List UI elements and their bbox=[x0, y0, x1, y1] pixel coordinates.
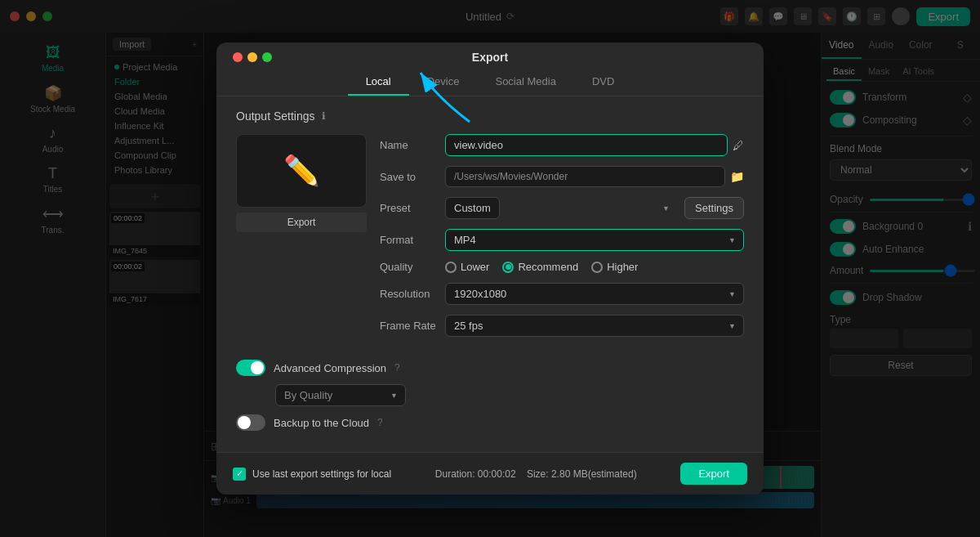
output-settings-header: Output Settings ℹ bbox=[236, 110, 744, 123]
footer-left: ✓ Use last export settings for local bbox=[233, 468, 391, 481]
quality-recommend-label: Recommend bbox=[518, 261, 578, 273]
quality-higher[interactable]: Higher bbox=[591, 261, 638, 273]
backup-cloud-row: Backup to the Cloud ? bbox=[236, 414, 744, 431]
modal-tl-red[interactable] bbox=[233, 52, 243, 62]
advanced-compression-toggle[interactable] bbox=[236, 360, 265, 376]
preset-label: Preset bbox=[380, 202, 445, 214]
output-settings-label: Output Settings bbox=[236, 110, 315, 123]
backup-toggle-knob bbox=[238, 416, 251, 429]
quality-lower[interactable]: Lower bbox=[445, 261, 489, 273]
modal-tab-local[interactable]: Local bbox=[348, 69, 409, 96]
frame-rate-control: 25 fps bbox=[445, 315, 744, 337]
folder-browse-icon[interactable]: 📁 bbox=[730, 170, 744, 183]
name-control: 🖊 bbox=[445, 134, 744, 156]
modal-tl-green[interactable] bbox=[262, 52, 272, 62]
preset-select[interactable]: Custom bbox=[445, 197, 500, 219]
modal-body: Output Settings ℹ ✏️ Export Name bbox=[216, 110, 764, 452]
resolution-label: Resolution bbox=[380, 288, 445, 300]
quality-control: Lower Recommend Hi bbox=[445, 261, 744, 273]
preview-icon: ✏️ bbox=[283, 154, 320, 188]
edit-button[interactable]: Export bbox=[236, 213, 367, 232]
modal-overlay: Export Local Device Social Media DVD bbox=[0, 0, 980, 537]
advanced-compression-row: Advanced Compression ? bbox=[236, 360, 744, 376]
frame-rate-row: Frame Rate 25 fps bbox=[380, 315, 744, 337]
resolution-select[interactable]: 1920x1080 bbox=[445, 283, 744, 305]
settings-form: Name 🖊 Save to /Users/ws/Movies/Wonde bbox=[380, 134, 744, 347]
by-quality-select-wrapper: By Quality bbox=[275, 384, 406, 406]
export-modal-button[interactable]: Export bbox=[680, 463, 747, 485]
quality-options-row: Lower Recommend Hi bbox=[445, 261, 744, 273]
preset-select-row: Custom Settings bbox=[445, 197, 744, 219]
resolution-row: Resolution 1920x1080 bbox=[380, 283, 744, 305]
modal-title: Export bbox=[472, 51, 508, 64]
backup-cloud-info-icon: ? bbox=[377, 417, 383, 428]
format-control: MP4 bbox=[445, 229, 744, 251]
backup-cloud-toggle[interactable] bbox=[236, 414, 265, 431]
quality-recommend[interactable]: Recommend bbox=[502, 261, 578, 273]
export-modal: Export Local Device Social Media DVD bbox=[216, 43, 764, 494]
resolution-select-wrapper: 1920x1080 bbox=[445, 283, 744, 305]
modal-tab-social[interactable]: Social Media bbox=[477, 69, 573, 96]
preset-select-wrapper: Custom bbox=[445, 197, 678, 219]
resolution-control: 1920x1080 bbox=[445, 283, 744, 305]
advanced-compression-info-icon: ? bbox=[394, 362, 400, 374]
save-to-label: Save to bbox=[380, 171, 445, 183]
modal-tab-device[interactable]: Device bbox=[409, 69, 478, 96]
name-input[interactable] bbox=[445, 134, 728, 156]
size-label: Size: 2.80 MB(estimated) bbox=[527, 468, 637, 480]
quality-higher-label: Higher bbox=[607, 261, 638, 273]
quality-row: Quality Lower bbox=[380, 261, 744, 273]
modal-preview: ✏️ Export Name 🖊 bbox=[236, 134, 744, 347]
quality-dropdown-wrapper: By Quality bbox=[275, 384, 744, 406]
quality-recommend-circle bbox=[502, 262, 514, 273]
modal-traffic-lights bbox=[233, 52, 272, 62]
preview-thumbnail: ✏️ bbox=[236, 134, 367, 208]
format-select[interactable]: MP4 bbox=[445, 229, 744, 251]
save-to-control: /Users/ws/Movies/Wonder 📁 bbox=[445, 166, 744, 187]
preset-control: Custom Settings bbox=[445, 197, 744, 219]
format-label: Format bbox=[380, 234, 445, 246]
export-settings-label: Use last export settings for local bbox=[252, 468, 391, 480]
preset-settings-button[interactable]: Settings bbox=[684, 197, 744, 219]
advanced-compression-label: Advanced Compression bbox=[274, 362, 386, 374]
name-label: Name bbox=[380, 139, 445, 151]
quality-recommend-dot bbox=[506, 264, 511, 270]
modal-title-bar: Export bbox=[216, 43, 764, 69]
quality-lower-label: Lower bbox=[461, 261, 489, 273]
export-settings-checkbox[interactable]: ✓ bbox=[233, 468, 246, 481]
modal-tl-yellow[interactable] bbox=[247, 52, 257, 62]
save-to-row: Save to /Users/ws/Movies/Wonder 📁 bbox=[380, 166, 744, 187]
frame-rate-label: Frame Rate bbox=[380, 320, 445, 332]
modal-footer: ✓ Use last export settings for local Dur… bbox=[216, 452, 764, 494]
backup-cloud-label: Backup to the Cloud bbox=[274, 417, 369, 429]
footer-center: Duration: 00:00:02 Size: 2.80 MB(estimat… bbox=[435, 468, 637, 480]
preset-row: Preset Custom Settings bbox=[380, 197, 744, 219]
modal-tab-dvd[interactable]: DVD bbox=[574, 69, 632, 96]
edit-name-icon[interactable]: 🖊 bbox=[733, 139, 744, 152]
fps-select[interactable]: 25 fps bbox=[445, 315, 744, 337]
save-to-path: /Users/ws/Movies/Wonder bbox=[445, 166, 725, 187]
adv-toggle-knob bbox=[251, 361, 264, 374]
quality-label: Quality bbox=[380, 261, 445, 273]
name-row: Name 🖊 bbox=[380, 134, 744, 156]
by-quality-select[interactable]: By Quality bbox=[275, 384, 406, 406]
output-settings-info-icon: ℹ bbox=[322, 110, 326, 122]
modal-tabs: Local Device Social Media DVD bbox=[216, 69, 764, 96]
preview-section: ✏️ Export bbox=[236, 134, 367, 347]
name-input-wrapper: 🖊 bbox=[445, 134, 744, 156]
quality-higher-circle bbox=[591, 262, 603, 273]
format-row: Format MP4 bbox=[380, 229, 744, 251]
format-select-wrapper: MP4 bbox=[445, 229, 744, 251]
duration-label: Duration: 00:00:02 bbox=[435, 468, 516, 480]
fps-select-wrapper: 25 fps bbox=[445, 315, 744, 337]
quality-lower-circle bbox=[445, 262, 457, 273]
